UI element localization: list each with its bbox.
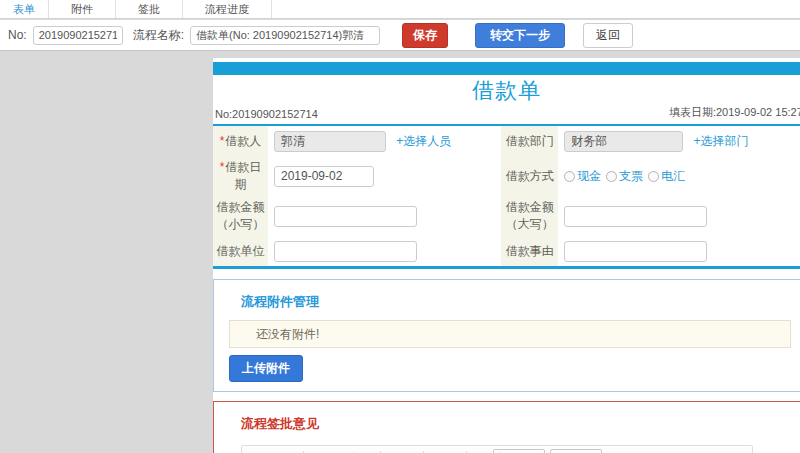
loan-date-input[interactable] [274,166,374,187]
tab-approval[interactable]: 签批 [116,0,183,18]
amount-big-label: 借款金额（大写） [506,200,554,231]
editor-toolbar: B I abc [242,446,752,453]
radio-cash[interactable] [564,171,575,182]
next-step-button[interactable]: 转交下一步 [475,23,565,48]
amount-small-input[interactable] [274,206,417,227]
italic-button[interactable]: I [265,450,282,453]
select-department-link[interactable]: +选择部门 [694,134,749,148]
required-asterisk: * [220,160,225,174]
form-number: No:20190902152714 [215,108,318,120]
toolbar: No: 流程名称: 保存 转交下一步 返回 [0,20,800,51]
attachments-panel: 流程附件管理 还没有附件! 上传附件 [213,279,800,392]
loan-form-table: *借款人 +选择人员 借款部门 +选择部门 *借款日期 借款方式 [213,126,800,266]
tab-form[interactable]: 表单 [0,0,49,18]
content-area: 借款单 No:20190902152714 填表日期:2019-09-02 15… [213,58,800,453]
radio-check[interactable] [606,171,617,182]
outdent-icon[interactable] [428,450,445,453]
loan-method-radios: 现金 支票 电汇 [564,168,794,185]
approval-panel: 流程签批意见 B I abc [213,401,800,453]
required-asterisk: * [220,134,225,148]
numbered-list-icon[interactable] [385,450,402,453]
select-person-link[interactable]: +选择人员 [396,134,451,148]
no-label: No: [8,28,27,42]
loan-reason-input[interactable] [564,241,707,262]
department-input[interactable] [564,131,683,152]
radio-check-label[interactable]: 支票 [619,168,643,185]
form-meta-row: No:20190902152714 填表日期:2019-09-02 15:27:… [213,104,800,124]
department-label: 借款部门 [506,134,554,148]
loan-reason-label: 借款事由 [506,244,554,258]
form-row-unit-reason: 借款单位 借款事由 [213,236,800,266]
styles-dropdown[interactable]: 样式 ▼ [493,449,545,453]
amount-big-input[interactable] [564,206,707,227]
bulleted-list-icon[interactable] [402,450,419,453]
bold-button[interactable]: B [248,450,265,453]
tab-attachments[interactable]: 附件 [49,0,116,18]
no-attachments-message: 还没有附件! [229,320,791,348]
form-row-amounts: 借款金额（小写） 借款金额（大写） [213,196,800,236]
radio-cash-label[interactable]: 现金 [577,168,601,185]
anchor-flag-icon[interactable] [359,450,376,453]
process-name-label: 流程名称: [133,27,184,44]
remove-format-icon[interactable] [308,450,325,453]
rich-text-editor: B I abc [241,445,753,453]
form-fill-date: 填表日期:2019-09-02 15:27:1 [669,105,800,120]
radio-wire[interactable] [648,171,659,182]
form-row-date-method: *借款日期 借款方式 现金 支票 电汇 [213,156,800,196]
tab-bar: 表单 附件 签批 流程进度 [0,0,800,19]
format-dropdown[interactable]: 格式 ▼ [550,449,602,453]
form-title: 借款单 [213,78,800,104]
loan-unit-label: 借款单位 [217,244,265,258]
loan-method-label: 借款方式 [506,169,554,183]
borrower-label: 借款人 [225,134,261,148]
no-input[interactable] [33,26,123,45]
loan-unit-input[interactable] [274,241,417,262]
back-button[interactable]: 返回 [583,23,633,48]
blockquote-button[interactable]: ” [471,450,488,453]
amount-small-label: 借款金额（小写） [217,200,265,231]
radio-wire-label[interactable]: 电汇 [661,168,685,185]
form-divider-bottom [213,266,800,269]
save-button[interactable]: 保存 [402,23,448,48]
unlink-icon[interactable] [342,450,359,453]
borrower-input[interactable] [274,131,386,152]
upload-attachment-button[interactable]: 上传附件 [229,355,303,382]
approval-heading: 流程签批意见 [241,415,800,433]
strikethrough-button[interactable]: abc [282,450,299,453]
form-header-bar [213,62,800,75]
loan-date-label: 借款日期 [225,160,261,191]
link-icon[interactable] [325,450,342,453]
process-name-input[interactable] [190,26,380,45]
indent-icon[interactable] [445,450,462,453]
page: 表单 附件 签批 流程进度 No: 流程名称: 保存 转交下一步 返回 借款单 … [0,0,800,453]
tab-progress[interactable]: 流程进度 [183,0,272,18]
attachments-heading: 流程附件管理 [241,293,800,311]
form-row-borrower: *借款人 +选择人员 借款部门 +选择部门 [213,126,800,156]
